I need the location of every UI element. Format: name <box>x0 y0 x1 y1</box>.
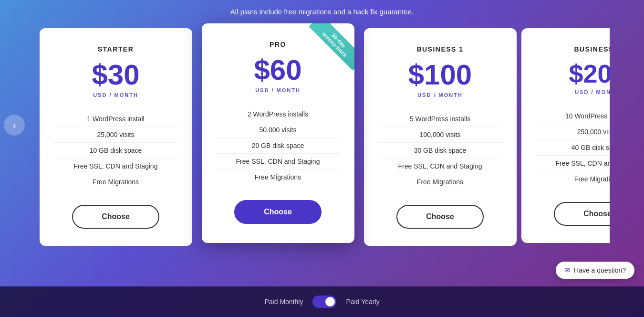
business2-plan-name: BUSINESS 2 <box>536 45 610 53</box>
pro-feature-0: 2 WordPress installs <box>216 106 340 122</box>
business1-plan-name: BUSINESS 1 <box>378 45 502 53</box>
business1-features-list: 5 WordPress installs 100,000 visits 30 G… <box>378 111 502 190</box>
starter-plan-period: USD / MONTH <box>54 92 178 98</box>
business2-feature-4: Free Migrations <box>536 171 610 187</box>
starter-choose-button[interactable]: Choose <box>72 205 159 229</box>
prev-arrow[interactable]: ‹ <box>4 115 25 136</box>
plan-card-pro: 30-daymoney-back PRO $60 USD / MONTH 2 W… <box>202 23 354 243</box>
pro-feature-3: Free SSL, CDN and Staging <box>216 154 340 169</box>
yearly-label: Paid Yearly <box>346 298 379 306</box>
left-arrow-icon: ‹ <box>13 120 16 131</box>
top-banner: All plans include free migrations and a … <box>0 0 644 23</box>
pro-ribbon: 30-daymoney-back <box>302 23 354 76</box>
business1-feature-1: 100,000 visits <box>378 127 502 143</box>
pro-features-list: 2 WordPress installs 50,000 visits 20 GB… <box>216 106 340 185</box>
pro-feature-2: 20 GB disk space <box>216 138 340 154</box>
business2-feature-0: 10 WordPress installs <box>536 108 610 124</box>
monthly-label: Paid Monthly <box>265 298 303 306</box>
plans-wrapper: STARTER $30 USD / MONTH 1 WordPress inst… <box>0 23 644 246</box>
business1-feature-2: 30 GB disk space <box>378 143 502 158</box>
have-question-widget[interactable]: ✉ Have a question? <box>556 262 634 279</box>
banner-text: All plans include free migrations and a … <box>230 8 414 16</box>
bottom-bar: Paid Monthly Paid Yearly <box>0 286 644 317</box>
pro-feature-1: 50,000 visits <box>216 122 340 138</box>
business1-plan-period: USD / MONTH <box>378 92 502 98</box>
business2-inner-card: BUSINESS 2 $200 USD / MONTH 10 WordPress… <box>521 28 610 243</box>
starter-feature-3: Free SSL, CDN and Staging <box>54 158 178 174</box>
have-question-label: Have a question? <box>574 266 626 274</box>
business1-feature-3: Free SSL, CDN and Staging <box>378 158 502 174</box>
business1-feature-0: 5 WordPress installs <box>378 111 502 127</box>
ribbon-text: 30-daymoney-back <box>309 23 354 71</box>
plan-card-business2: BUSINESS 2 $200 USD / MONTH 10 WordPress… <box>521 28 610 243</box>
business2-feature-1: 250,000 visits › <box>536 124 610 140</box>
starter-feature-2: 10 GB disk space <box>54 143 178 158</box>
starter-plan-price: $30 <box>54 61 178 89</box>
plan-card-starter: STARTER $30 USD / MONTH 1 WordPress inst… <box>40 28 192 246</box>
business2-features-list: 10 WordPress installs 250,000 visits › 4… <box>536 108 610 187</box>
pro-feature-4: Free Migrations <box>216 169 340 185</box>
business2-plan-price: $200 <box>536 61 610 86</box>
starter-feature-4: Free Migrations <box>54 174 178 190</box>
plan-card-business1: BUSINESS 1 $100 USD / MONTH 5 WordPress … <box>364 28 517 246</box>
business1-plan-price: $100 <box>378 61 502 89</box>
pro-plan-period: USD / MONTH <box>216 87 340 93</box>
starter-feature-0: 1 WordPress install <box>54 111 178 127</box>
toggle-knob <box>325 297 335 306</box>
chat-icon: ✉ <box>564 266 570 274</box>
business2-plan-period: USD / MONTH <box>536 89 610 95</box>
starter-features-list: 1 WordPress install 25,000 visits 10 GB … <box>54 111 178 190</box>
starter-plan-name: STARTER <box>54 45 178 53</box>
plan-card-business2-wrapper: BUSINESS 2 $200 USD / MONTH 10 WordPress… <box>521 28 610 243</box>
pro-choose-button[interactable]: Choose <box>234 200 322 224</box>
business1-feature-4: Free Migrations <box>378 174 502 190</box>
plans-container: STARTER $30 USD / MONTH 1 WordPress inst… <box>6 28 638 246</box>
business2-feature-2: 40 GB disk space <box>536 140 610 156</box>
business1-choose-button[interactable]: Choose <box>396 205 484 229</box>
starter-feature-1: 25,000 visits <box>54 127 178 143</box>
business2-feature-3: Free SSL, CDN and Staging <box>536 156 610 171</box>
business2-choose-button[interactable]: Choose <box>554 202 609 226</box>
billing-toggle[interactable] <box>312 296 336 308</box>
